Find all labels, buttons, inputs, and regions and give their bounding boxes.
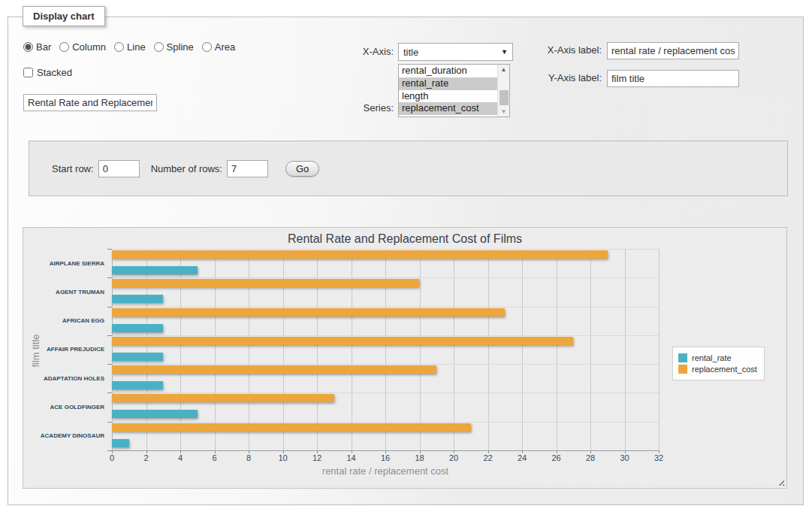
x-axis-tick-label: 22: [483, 453, 492, 462]
grid-line-horizontal: [112, 277, 659, 278]
bar-replacement_cost[interactable]: [112, 308, 505, 317]
bar-rental_rate[interactable]: [112, 266, 198, 274]
legend-item-replacement_cost[interactable]: replacement_cost: [678, 365, 757, 374]
bar-replacement_cost[interactable]: [112, 365, 436, 374]
chart-type-radio-bar[interactable]: [23, 42, 33, 52]
x-axis-label-label: X-Axis label:: [527, 44, 602, 56]
series-list-label: Series:: [330, 102, 394, 114]
x-axis-tick-label: 12: [312, 453, 321, 462]
chart-type-radio-group: BarColumnLineSplineArea: [23, 41, 240, 53]
scroll-up-icon[interactable]: ▲: [498, 65, 509, 74]
grid-line-horizontal: [112, 392, 659, 393]
category-label: ADAPTATION HOLES: [29, 364, 112, 392]
chart-type-option-area: Area: [202, 41, 235, 53]
chart-type-option-column: Column: [59, 41, 106, 53]
x-axis-tick-label: 26: [551, 453, 560, 462]
y-axis-label-label: Y-Axis label:: [527, 72, 602, 83]
grid-line-horizontal: [112, 249, 659, 250]
category-label: ACE GOLDFINGER: [29, 392, 112, 421]
series-option-replacement_cost[interactable]: replacement_cost: [399, 102, 497, 115]
x-axis-label-input[interactable]: [607, 42, 739, 59]
series-option-length[interactable]: length: [399, 90, 497, 103]
grid-line-vertical: [625, 249, 626, 450]
category-label: AIRPLANE SIERRA: [29, 249, 112, 277]
chart-type-radio-spline[interactable]: [154, 42, 164, 52]
legend-item-rental_rate[interactable]: rental_rate: [678, 353, 757, 362]
chart-type-option-bar: Bar: [23, 41, 51, 53]
category-label: AFRICAN EGG: [29, 307, 112, 335]
chart-type-radio-label: Column: [72, 41, 106, 53]
legend-swatch-icon: [678, 353, 687, 362]
x-axis-tick-label: 4: [178, 453, 183, 462]
series-options: rental_durationrental_ratelengthreplacem…: [399, 65, 509, 115]
x-axis-tick-label: 18: [415, 453, 424, 462]
bar-rental_rate[interactable]: [112, 295, 163, 303]
x-axis-tick-label: 14: [346, 453, 355, 462]
legend-label: rental_rate: [692, 353, 732, 362]
row-controls-panel: Start row: Number of rows: Go: [29, 141, 788, 196]
plot-area: AIRPLANE SIERRAAGENT TRUMANAFRICAN EGGAF…: [112, 249, 659, 450]
x-axis-tick-label: 30: [620, 453, 629, 462]
go-button[interactable]: Go: [285, 161, 319, 177]
category-label: AFFAIR PREJUDICE: [29, 335, 112, 364]
chart-type-radio-area[interactable]: [202, 42, 212, 52]
display-chart-fieldset: Display chart BarColumnLineSplineArea St…: [8, 17, 804, 505]
x-axis-title: rental rate / replacement cost: [112, 465, 659, 477]
chart-type-radio-label: Spline: [167, 41, 194, 53]
series-option-rental_rate[interactable]: rental_rate: [399, 77, 497, 90]
x-axis-tick-label: 28: [586, 453, 595, 462]
grid-line-vertical: [522, 249, 523, 450]
chart-title-input[interactable]: [23, 94, 157, 111]
grid-line-horizontal: [112, 422, 659, 423]
x-axis-tick-label: 0: [110, 453, 114, 462]
resize-handle-icon[interactable]: [776, 477, 784, 486]
bar-rental_rate[interactable]: [112, 353, 163, 361]
grid-line-vertical: [454, 249, 454, 450]
chart-type-radio-column[interactable]: [59, 42, 69, 52]
dropdown-arrow-icon: ▼: [501, 48, 508, 56]
chart-type-option-line: Line: [114, 41, 146, 53]
legend-swatch-icon: [678, 365, 687, 374]
grid-line-horizontal: [112, 335, 659, 336]
series-option-rental_duration[interactable]: rental_duration: [399, 65, 497, 77]
x-axis-select-label: X-Axis:: [330, 46, 394, 57]
bar-replacement_cost[interactable]: [112, 250, 608, 259]
series-scrollbar[interactable]: ▲ ▼: [497, 65, 509, 117]
x-axis-select[interactable]: title ▼: [398, 43, 513, 61]
grid-line-horizontal: [112, 307, 659, 308]
x-axis-tick-label: 6: [212, 453, 216, 462]
chart-legend: rental_ratereplacement_cost: [672, 347, 765, 380]
bar-replacement_cost[interactable]: [112, 394, 334, 402]
bar-replacement_cost[interactable]: [112, 423, 471, 432]
y-axis-label-input[interactable]: [607, 70, 739, 87]
category-label: AGENT TRUMAN: [29, 277, 112, 306]
fieldset-legend: Display chart: [23, 6, 105, 26]
start-row-input[interactable]: [98, 160, 140, 177]
x-axis-tick-label: 24: [518, 453, 527, 462]
stacked-label: Stacked: [37, 67, 72, 78]
stacked-checkbox[interactable]: [23, 68, 33, 77]
chart-panel: Rental Rate and Replacement Cost of Film…: [23, 227, 787, 489]
bar-replacement_cost[interactable]: [112, 279, 419, 287]
scroll-down-icon[interactable]: ▼: [498, 107, 509, 117]
legend-label: replacement_cost: [692, 365, 757, 374]
grid-line-vertical: [488, 249, 489, 450]
x-axis-tick-label: 16: [381, 453, 390, 462]
chart-type-radio-line[interactable]: [114, 42, 124, 52]
bar-rental_rate[interactable]: [112, 381, 163, 389]
number-of-rows-input[interactable]: [227, 160, 268, 177]
chart-type-radio-label: Area: [215, 41, 235, 53]
x-axis-tick-label: 2: [143, 453, 148, 462]
start-row-label: Start row:: [52, 163, 94, 174]
series-multiselect[interactable]: rental_durationrental_ratelengthreplacem…: [398, 64, 510, 117]
stacked-row: Stacked: [23, 67, 72, 78]
scrollbar-thumb[interactable]: [500, 90, 509, 105]
bar-rental_rate[interactable]: [112, 324, 163, 332]
grid-line-horizontal: [112, 364, 659, 365]
y-axis-tick: [107, 450, 112, 451]
bar-rental_rate[interactable]: [112, 410, 198, 418]
bar-rental_rate[interactable]: [112, 439, 129, 447]
grid-line-horizontal: [112, 450, 659, 451]
bar-replacement_cost[interactable]: [112, 337, 573, 345]
grid-line-vertical: [659, 249, 660, 450]
